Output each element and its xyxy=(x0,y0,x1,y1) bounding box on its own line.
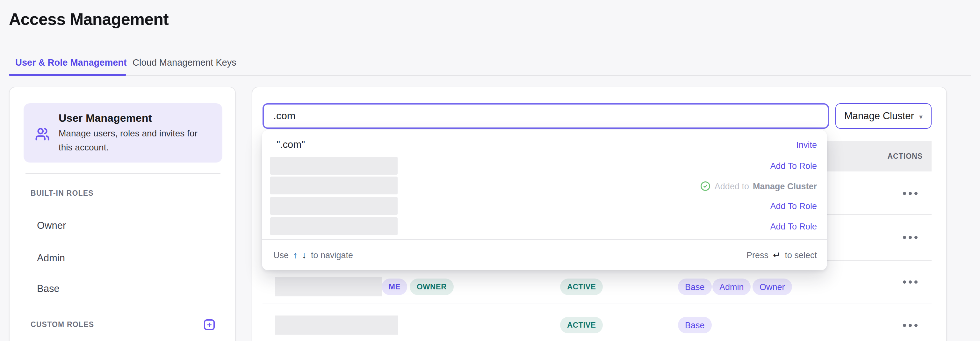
sidebar-item-base[interactable]: Base xyxy=(37,283,60,295)
role-chip-owner: Owner xyxy=(752,279,792,295)
more-actions-button[interactable] xyxy=(903,236,918,239)
more-actions-button[interactable] xyxy=(903,192,918,195)
invite-link[interactable]: Invite xyxy=(796,140,817,150)
more-actions-button[interactable] xyxy=(903,280,918,284)
added-to-role-status: Added to Manage Cluster xyxy=(701,181,817,191)
redacted-user-email xyxy=(275,316,398,335)
panel-title: User Management xyxy=(59,112,152,125)
arrow-up-icon: ↑ xyxy=(293,250,298,260)
roles-sidebar: User Management Manage users, roles and … xyxy=(9,87,236,341)
add-to-role-link[interactable]: Add To Role xyxy=(770,222,817,231)
custom-roles-label: CUSTOM ROLES xyxy=(30,320,94,328)
role-chip-admin: Admin xyxy=(713,279,751,295)
redacted-user-email xyxy=(275,277,382,296)
dropdown-footer: Use ↑ ↓ to navigate Press ↵ to select xyxy=(262,240,827,270)
redacted-result-email xyxy=(270,157,398,175)
add-to-role-link[interactable]: Add To Role xyxy=(770,161,817,171)
add-to-role-link[interactable]: Add To Role xyxy=(770,201,817,211)
user-search-input[interactable] xyxy=(262,103,829,129)
navigate-hint: Use ↑ ↓ to navigate xyxy=(274,250,353,260)
redacted-result-email xyxy=(270,177,398,194)
redacted-result-email xyxy=(270,197,398,215)
actions-column-header: ACTIONS xyxy=(888,141,923,172)
select-hint: Press ↵ to select xyxy=(746,250,817,260)
built-in-roles-label: BUILT-IN ROLES xyxy=(30,189,94,197)
row-divider xyxy=(262,303,932,303)
role-select-button[interactable]: Manage Cluster ▾ xyxy=(835,103,932,129)
arrow-down-icon: ↓ xyxy=(302,250,307,260)
active-tab-underline xyxy=(9,74,126,76)
access-management-page: Access Management User & Role Management… xyxy=(0,0,980,341)
role-chip-base: Base xyxy=(678,317,712,333)
search-results-dropdown: ".com" Invite Add To Role Added to Manag… xyxy=(262,130,827,270)
more-actions-button[interactable] xyxy=(903,324,918,327)
tab-user-role-management[interactable]: User & Role Management xyxy=(15,57,127,68)
sidebar-item-admin[interactable]: Admin xyxy=(37,252,65,264)
plus-icon: + xyxy=(207,320,212,328)
role-select-label: Manage Cluster xyxy=(844,110,914,122)
sidebar-divider xyxy=(25,174,221,174)
panel-description: Manage users, roles and invites for this… xyxy=(59,127,197,154)
add-custom-role-button[interactable]: + xyxy=(204,319,215,330)
chevron-down-icon: ▾ xyxy=(919,111,923,121)
status-badge: ACTIVE xyxy=(560,279,603,295)
account-type-badge: OWNER xyxy=(410,279,454,295)
status-badge: ACTIVE xyxy=(560,317,603,333)
tabs-divider xyxy=(9,75,971,75)
me-badge: ME xyxy=(382,279,407,295)
tab-cloud-management-keys[interactable]: Cloud Management Keys xyxy=(132,57,236,68)
query-result-label: ".com" xyxy=(277,139,305,150)
sidebar-item-owner[interactable]: Owner xyxy=(37,220,66,231)
users-icon xyxy=(35,127,50,142)
role-chip-base: Base xyxy=(678,279,712,295)
check-circle-icon xyxy=(701,181,711,191)
redacted-result-email xyxy=(270,217,398,235)
enter-key-icon: ↵ xyxy=(773,250,780,260)
page-title: Access Management xyxy=(9,10,169,29)
